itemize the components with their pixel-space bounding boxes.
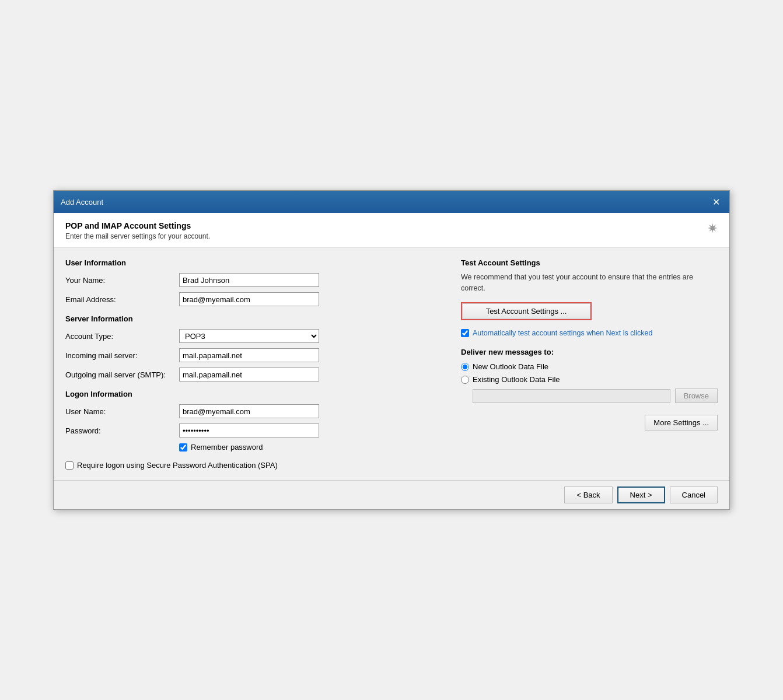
title-bar: Add Account ✕ bbox=[54, 191, 729, 213]
new-outlook-file-row: New Outlook Data File bbox=[461, 362, 718, 371]
test-section-title: Test Account Settings bbox=[461, 258, 718, 267]
password-row: Password: bbox=[65, 424, 443, 438]
account-type-select[interactable]: POP3 IMAP bbox=[179, 329, 319, 343]
existing-outlook-radio[interactable] bbox=[461, 376, 469, 384]
more-settings-row: More Settings ... bbox=[461, 415, 718, 430]
header-subtitle: Enter the mail server settings for your … bbox=[65, 232, 210, 240]
spa-label[interactable]: Require logon using Secure Password Auth… bbox=[77, 461, 278, 470]
email-address-input[interactable] bbox=[179, 292, 319, 306]
left-column: User Information Your Name: Email Addres… bbox=[65, 258, 443, 470]
footer: < Back Next > Cancel bbox=[54, 480, 729, 509]
server-info-title: Server Information bbox=[65, 314, 443, 323]
your-name-row: Your Name: bbox=[65, 273, 443, 287]
remember-password-label[interactable]: Remember password bbox=[191, 443, 263, 452]
new-outlook-label: New Outlook Data File bbox=[473, 362, 548, 371]
spa-checkbox[interactable] bbox=[65, 461, 74, 470]
your-name-input[interactable] bbox=[179, 273, 319, 287]
logon-username-row: User Name: bbox=[65, 404, 443, 418]
outgoing-server-row: Outgoing mail server (SMTP): bbox=[65, 368, 443, 382]
existing-file-path-input[interactable] bbox=[473, 389, 670, 403]
cursor-icon: ✷ bbox=[707, 221, 718, 236]
deliver-title: Deliver new messages to: bbox=[461, 348, 718, 356]
browse-button[interactable]: Browse bbox=[675, 388, 718, 403]
account-type-label: Account Type: bbox=[65, 332, 179, 341]
header-title: POP and IMAP Account Settings bbox=[65, 221, 210, 230]
add-account-window: Add Account ✕ POP and IMAP Account Setti… bbox=[53, 190, 730, 510]
email-address-label: Email Address: bbox=[65, 295, 179, 304]
password-label: Password: bbox=[65, 426, 179, 435]
logon-info-title: Logon Information bbox=[65, 390, 443, 398]
email-address-row: Email Address: bbox=[65, 292, 443, 306]
new-outlook-radio[interactable] bbox=[461, 363, 469, 371]
account-type-row: Account Type: POP3 IMAP bbox=[65, 329, 443, 343]
test-button-wrapper: Test Account Settings ... bbox=[461, 302, 592, 320]
outgoing-server-input[interactable] bbox=[179, 368, 319, 382]
close-button[interactable]: ✕ bbox=[709, 195, 722, 208]
header-text: POP and IMAP Account Settings Enter the … bbox=[65, 221, 210, 240]
logon-username-label: User Name: bbox=[65, 407, 179, 416]
test-section-description: We recommend that you test your account … bbox=[461, 272, 718, 294]
remember-password-row: Remember password bbox=[179, 443, 443, 452]
auto-test-label[interactable]: Automatically test account settings when… bbox=[473, 328, 652, 339]
existing-outlook-file-row: Existing Outlook Data File bbox=[461, 375, 718, 384]
incoming-server-label: Incoming mail server: bbox=[65, 351, 179, 360]
user-info-title: User Information bbox=[65, 258, 443, 267]
existing-file-row: Browse bbox=[473, 388, 718, 403]
content-area: User Information Your Name: Email Addres… bbox=[54, 248, 729, 480]
existing-outlook-label: Existing Outlook Data File bbox=[473, 375, 560, 384]
incoming-server-row: Incoming mail server: bbox=[65, 348, 443, 362]
next-button[interactable]: Next > bbox=[617, 487, 665, 503]
auto-test-row: Automatically test account settings when… bbox=[461, 328, 718, 339]
more-settings-button[interactable]: More Settings ... bbox=[645, 415, 718, 430]
spa-row: Require logon using Secure Password Auth… bbox=[65, 461, 443, 470]
your-name-label: Your Name: bbox=[65, 276, 179, 285]
back-button[interactable]: < Back bbox=[564, 487, 612, 503]
cancel-button[interactable]: Cancel bbox=[670, 487, 718, 503]
password-input[interactable] bbox=[179, 424, 319, 438]
window-title: Add Account bbox=[61, 198, 103, 206]
right-column: Test Account Settings We recommend that … bbox=[461, 258, 718, 470]
test-account-settings-button[interactable]: Test Account Settings ... bbox=[462, 303, 590, 319]
header-section: POP and IMAP Account Settings Enter the … bbox=[54, 213, 729, 248]
auto-test-checkbox[interactable] bbox=[461, 329, 469, 337]
incoming-server-input[interactable] bbox=[179, 348, 319, 362]
remember-password-checkbox[interactable] bbox=[179, 443, 187, 452]
logon-username-input[interactable] bbox=[179, 404, 319, 418]
outgoing-server-label: Outgoing mail server (SMTP): bbox=[65, 370, 179, 379]
